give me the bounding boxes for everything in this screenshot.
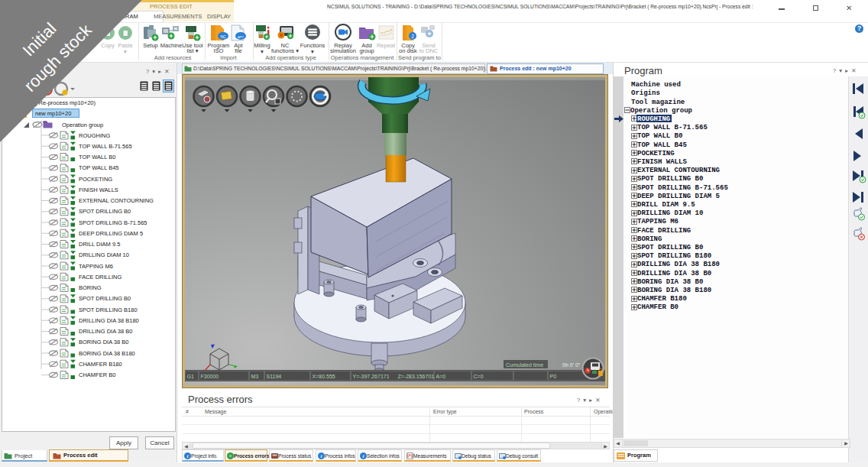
svg-text:M3: M3 — [251, 374, 259, 379]
svg-text:X=80.555: X=80.555 — [313, 374, 335, 379]
svg-text:2: 2 — [411, 34, 414, 39]
svg-text:F30000: F30000 — [201, 374, 219, 379]
svg-text:G1: G1 — [187, 374, 194, 379]
svg-text:i: i — [187, 453, 189, 459]
svg-text:Cumulated time: Cumulated time — [506, 362, 543, 368]
svg-text:C=0: C=0 — [474, 374, 484, 379]
svg-text:i: i — [363, 453, 364, 459]
svg-text:APT: APT — [238, 35, 245, 39]
svg-text:S1194: S1194 — [267, 374, 282, 379]
svg-text:0h 0' 0": 0h 0' 0" — [562, 362, 581, 368]
svg-text:A=0: A=0 — [436, 374, 446, 379]
svg-text:P0: P0 — [550, 374, 557, 379]
svg-text:i: i — [321, 453, 322, 459]
svg-text:NC: NC — [220, 34, 226, 39]
svg-text:Z=-283.156701: Z=-283.156701 — [398, 374, 435, 379]
svg-text:Y=-397.267171: Y=-397.267171 — [353, 374, 390, 379]
